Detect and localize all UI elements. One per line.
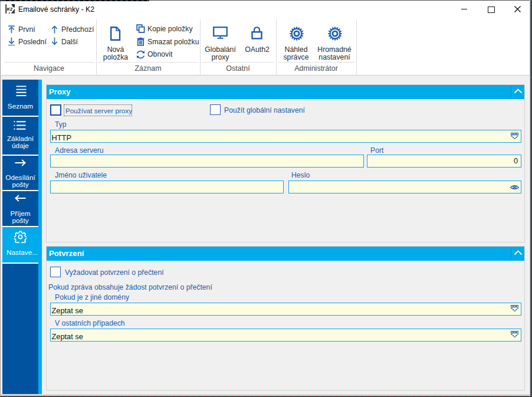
svg-text:K2: K2 bbox=[7, 6, 13, 12]
